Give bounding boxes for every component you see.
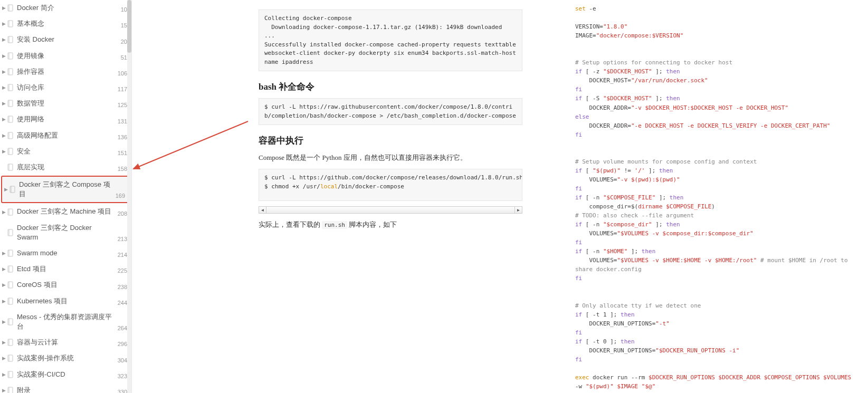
sidebar-item-label: 数据管理: [17, 99, 115, 108]
sidebar-item-17[interactable]: ▶Kubernetes 项目244: [0, 293, 131, 309]
book-icon: [7, 318, 14, 325]
book-icon: [7, 250, 14, 257]
sidebar-item-label: 底层实现: [17, 162, 115, 172]
book-icon: [7, 36, 14, 43]
sidebar-item-label: Docker 三剑客之 Compose 项目: [19, 180, 112, 199]
sidebar-item-6[interactable]: ▶数据管理125: [0, 95, 131, 111]
sidebar-item-7[interactable]: ▶使用网络131: [0, 111, 131, 127]
code-pip-output: Collecting docker-compose Downloading do…: [259, 9, 522, 71]
sidebar-item-label: 实战案例-CI/CD: [17, 370, 115, 379]
code-curl-run-sh: $ curl -L https://github.com/docker/comp…: [259, 169, 522, 201]
sidebar-item-page: 323: [118, 373, 127, 379]
chevron-right-icon: ▶: [2, 388, 6, 393]
sidebar-item-18[interactable]: ▶Mesos - 优秀的集群资源调度平台264: [0, 309, 131, 334]
chevron-right-icon: ▶: [2, 117, 6, 122]
sidebar-item-label: Etcd 项目: [17, 264, 115, 274]
sidebar-item-page: 15: [121, 22, 127, 28]
sidebar-item-label: Docker 三剑客之 Machine 项目: [17, 207, 115, 216]
sidebar-item-label: Swarm mode: [17, 248, 115, 258]
sidebar-item-page: 131: [118, 118, 127, 124]
sidebar-item-page: 296: [118, 341, 127, 347]
book-icon: [7, 339, 14, 346]
sidebar-item-label: Docker 简介: [17, 3, 118, 13]
book-icon: [7, 20, 14, 27]
sidebar-item-11[interactable]: ▶Docker 三剑客之 Compose 项目169: [1, 176, 130, 203]
sidebar-item-15[interactable]: ▶Etcd 项目225: [0, 261, 131, 277]
chevron-right-icon: ▶: [2, 356, 6, 361]
sidebar-item-label: 访问仓库: [17, 83, 115, 92]
sidebar-item-12[interactable]: ▶Docker 三剑客之 Machine 项目208: [0, 204, 131, 219]
content-column-right: set -e VERSION="1.8.0" IMAGE="docker/com…: [570, 0, 868, 393]
sidebar-item-label: 高级网络配置: [17, 131, 115, 140]
book-icon: [7, 100, 14, 107]
sidebar-item-page: 304: [118, 357, 127, 363]
sidebar-item-page: 214: [118, 252, 127, 258]
sidebar-item-2[interactable]: ▶安装 Docker20: [0, 32, 131, 47]
sidebar-item-page: 213: [118, 236, 127, 242]
sidebar-item-page: 151: [118, 150, 127, 156]
sidebar-item-page: 51: [121, 54, 127, 61]
sidebar-item-16[interactable]: ▶CoreOS 项目238: [0, 277, 131, 293]
sidebar-item-page: 117: [118, 86, 127, 92]
chevron-right-icon: ▶: [2, 149, 6, 154]
sidebar-item-21[interactable]: ▶实战案例-CI/CD323: [0, 367, 131, 382]
sidebar-item-9[interactable]: ▶安全151: [0, 143, 131, 159]
chevron-right-icon: ▶: [2, 21, 6, 26]
sidebar-item-page: 330: [118, 389, 127, 393]
sidebar-item-page: 244: [118, 300, 127, 306]
sidebar-item-label: 使用网络: [17, 114, 115, 124]
chevron-right-icon: ▶: [2, 101, 6, 106]
sidebar-item-page: 225: [118, 267, 127, 274]
book-icon: [7, 4, 14, 12]
sidebar-item-0[interactable]: ▶Docker 简介10: [0, 0, 131, 16]
book-icon: [7, 208, 14, 216]
book-icon: [7, 229, 14, 236]
sidebar: ▶Docker 简介10▶基本概念15▶安装 Docker20▶使用镜像51▶操…: [0, 0, 132, 393]
chevron-right-icon: ▶: [4, 187, 8, 192]
chevron-right-icon: ▶: [2, 53, 6, 59]
chevron-right-icon: ▶: [2, 209, 6, 215]
gutter: [132, 0, 222, 393]
sidebar-scrollbar[interactable]: [127, 0, 131, 393]
sidebar-item-22[interactable]: ▶附录330: [0, 382, 131, 393]
sidebar-item-page: 238: [118, 284, 127, 290]
book-icon: [7, 84, 14, 91]
script-run-sh: set -e VERSION="1.8.0" IMAGE="docker/com…: [575, 4, 852, 391]
sidebar-item-label: Docker 三剑客之 Docker Swarm: [17, 223, 115, 242]
para-run-sh-intro: 实际上，查看下载的 run.sh 脚本内容，如下: [259, 219, 522, 231]
sidebar-item-label: 使用镜像: [17, 51, 118, 61]
sidebar-item-13[interactable]: Docker 三剑客之 Docker Swarm213: [0, 220, 131, 245]
book-icon: [7, 371, 14, 378]
sidebar-item-label: 安全: [17, 147, 115, 156]
heading-bash-completion: bash 补全命令: [259, 81, 522, 93]
sidebar-item-8[interactable]: ▶高级网络配置136: [0, 128, 131, 143]
sidebar-item-1[interactable]: ▶基本概念15: [0, 16, 131, 32]
chevron-right-icon: ▶: [2, 266, 6, 272]
sidebar-item-5[interactable]: ▶访问仓库117: [0, 80, 131, 95]
code-horizontal-scrollbar[interactable]: ◄►: [259, 206, 522, 214]
sidebar-item-3[interactable]: ▶使用镜像51: [0, 48, 131, 64]
chevron-right-icon: ▶: [2, 133, 6, 138]
chevron-right-icon: ▶: [2, 37, 6, 42]
book-icon: [7, 281, 14, 289]
sidebar-item-page: 10: [121, 6, 127, 13]
book-icon: [7, 116, 14, 123]
sidebar-item-14[interactable]: ▶Swarm mode214: [0, 245, 131, 261]
sidebar-item-19[interactable]: ▶容器与云计算296: [0, 334, 131, 350]
chevron-right-icon: ▶: [2, 282, 6, 287]
chevron-right-icon: ▶: [2, 319, 6, 324]
sidebar-item-label: 基本概念: [17, 19, 118, 28]
book-icon: [9, 186, 16, 193]
sidebar-item-20[interactable]: ▶实战案例-操作系统304: [0, 350, 131, 366]
sidebar-item-page: 169: [116, 193, 125, 199]
sidebar-item-label: 安装 Docker: [17, 35, 118, 44]
sidebar-item-4[interactable]: ▶操作容器106: [0, 64, 131, 80]
code-bash-completion: $ curl -L https://raw.githubusercontent.…: [259, 98, 522, 125]
chevron-right-icon: ▶: [2, 372, 6, 377]
book-icon: [7, 148, 14, 155]
sidebar-item-10[interactable]: 底层实现158: [0, 159, 131, 175]
chevron-right-icon: ▶: [2, 69, 6, 74]
chevron-right-icon: ▶: [2, 299, 6, 304]
sidebar-item-page: 136: [118, 134, 127, 140]
sidebar-item-label: 容器与云计算: [17, 338, 115, 347]
